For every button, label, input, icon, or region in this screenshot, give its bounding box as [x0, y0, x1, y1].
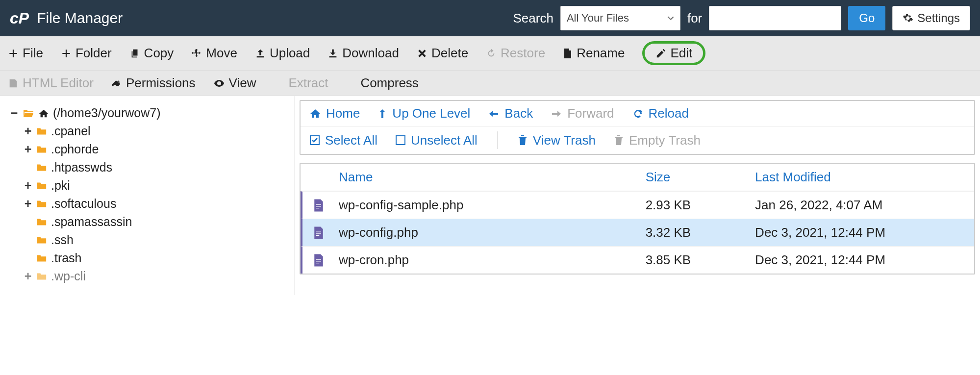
extract-icon	[274, 78, 284, 89]
col-size-header[interactable]: Size	[646, 170, 755, 185]
rename-button[interactable]: Rename	[563, 46, 625, 61]
compress-button[interactable]: Compress	[346, 75, 418, 91]
app-title: File Manager	[37, 10, 123, 26]
back-button[interactable]: Back	[488, 106, 533, 121]
forward-button: Forward	[551, 106, 614, 121]
up-one-level-button[interactable]: Up One Level	[377, 106, 470, 121]
tree-item-label: .softaculous	[51, 197, 116, 211]
file-name: wp-cron.php	[335, 252, 646, 268]
tree-item[interactable]: + .spamassassin	[10, 213, 288, 231]
edit-button[interactable]: Edit	[642, 41, 705, 65]
col-modified-header[interactable]: Last Modified	[755, 170, 974, 185]
tree-expander[interactable]: +	[24, 142, 32, 156]
upload-button[interactable]: Upload	[255, 46, 310, 61]
tree-item-label: .trash	[51, 251, 82, 265]
arrow-right-icon	[551, 109, 562, 119]
toolbar-secondary: HTML Editor Permissions View Extract Com…	[0, 71, 980, 96]
view-button[interactable]: View	[213, 75, 256, 91]
file-table: Name Size Last Modified wp-config-sample…	[300, 163, 975, 275]
search-scope-select[interactable]: All Your Files	[560, 6, 680, 30]
key-icon	[111, 78, 122, 89]
copy-icon	[129, 48, 140, 59]
search-input[interactable]	[709, 6, 841, 30]
search-scope-value: All Your Files	[567, 12, 629, 25]
table-row[interactable]: wp-cron.php 3.85 KB Dec 3, 2021, 12:44 P…	[301, 246, 974, 274]
checkbox-empty-icon	[395, 135, 406, 146]
empty-trash-button: Empty Trash	[613, 133, 701, 148]
table-row[interactable]: wp-config.php 3.32 KB Dec 3, 2021, 12:44…	[301, 219, 974, 246]
upload-icon	[255, 48, 266, 59]
select-all-button[interactable]: Select All	[309, 133, 377, 148]
arrow-up-icon	[377, 108, 387, 120]
gear-icon	[903, 13, 913, 24]
svg-rect-1	[396, 136, 405, 145]
open-folder-icon	[23, 108, 34, 118]
folder-icon	[36, 254, 47, 263]
col-name-header[interactable]: Name	[335, 170, 646, 185]
tree-item-label: .cphorde	[51, 142, 99, 156]
table-header: Name Size Last Modified	[301, 164, 974, 191]
tree-item[interactable]: + .cpanel	[10, 122, 288, 140]
download-button[interactable]: Download	[327, 46, 399, 61]
file-size: 3.32 KB	[646, 225, 755, 240]
file-name: wp-config-sample.php	[335, 198, 646, 213]
tree-item[interactable]: + .softaculous	[10, 195, 288, 213]
arrow-left-icon	[488, 109, 500, 119]
tree-expander[interactable]: +	[24, 178, 32, 193]
file-button[interactable]: File	[8, 46, 43, 61]
delete-button[interactable]: Delete	[417, 46, 468, 61]
tree-expander[interactable]: −	[10, 106, 19, 120]
reload-button[interactable]: Reload	[632, 106, 689, 121]
move-button[interactable]: Move	[191, 46, 237, 61]
folder-icon	[36, 236, 47, 245]
php-file-icon	[302, 198, 335, 213]
plus-icon	[61, 48, 72, 59]
tree-root[interactable]: − (/home3/yourwow7)	[10, 104, 288, 122]
tree-item[interactable]: + .ssh	[10, 231, 288, 249]
php-file-icon	[302, 253, 335, 268]
tree-item-label: .htpasswds	[51, 160, 112, 175]
tree-item[interactable]: + .cphorde	[10, 140, 288, 158]
tree-item-label: .spamassassin	[51, 215, 132, 229]
file-icon	[563, 48, 573, 59]
tree-expander[interactable]: +	[24, 197, 32, 211]
view-trash-button[interactable]: View Trash	[517, 133, 596, 148]
tree-item-label: .cpanel	[51, 124, 91, 138]
extract-button: Extract	[274, 75, 328, 91]
tree-item[interactable]: + .pki	[10, 176, 288, 195]
file-size: 3.85 KB	[646, 252, 755, 268]
unselect-all-button[interactable]: Unselect All	[395, 133, 477, 148]
move-icon	[191, 48, 202, 59]
checkbox-checked-icon	[309, 135, 320, 146]
content-panel: Home Up One Level Back Forward Reload	[294, 96, 980, 295]
restore-icon	[486, 48, 497, 59]
settings-button[interactable]: Settings	[892, 6, 970, 30]
tree-item[interactable]: + .wp-cli	[10, 267, 288, 285]
table-row[interactable]: wp-config-sample.php 2.93 KB Jan 26, 202…	[301, 191, 974, 219]
settings-label: Settings	[917, 11, 960, 25]
search-label: Search	[513, 11, 553, 26]
file-size: 2.93 KB	[646, 198, 755, 213]
permissions-button[interactable]: Permissions	[111, 75, 196, 91]
reload-icon	[632, 108, 644, 120]
restore-button: Restore	[486, 46, 545, 61]
go-button[interactable]: Go	[848, 6, 885, 30]
tree-expander[interactable]: +	[24, 269, 32, 283]
copy-button[interactable]: Copy	[129, 46, 174, 61]
trash-icon	[517, 134, 528, 146]
pencil-icon	[655, 48, 666, 59]
download-icon	[327, 48, 338, 59]
file-modified: Jan 26, 2022, 4:07 AM	[755, 198, 974, 213]
file-modified: Dec 3, 2021, 12:44 PM	[755, 252, 974, 268]
folder-button[interactable]: Folder	[61, 46, 112, 61]
tree-expander[interactable]: +	[24, 124, 32, 138]
home-button[interactable]: Home	[309, 106, 360, 121]
separator	[497, 131, 498, 149]
compress-icon	[346, 78, 356, 89]
tree-item[interactable]: + .htpasswds	[10, 158, 288, 176]
file-modified: Dec 3, 2021, 12:44 PM	[755, 225, 974, 240]
for-label: for	[687, 11, 702, 26]
trash-icon	[613, 134, 624, 146]
tree-item[interactable]: + .trash	[10, 249, 288, 267]
main-area: − (/home3/yourwow7) + .cpanel + .cphorde…	[0, 96, 980, 295]
